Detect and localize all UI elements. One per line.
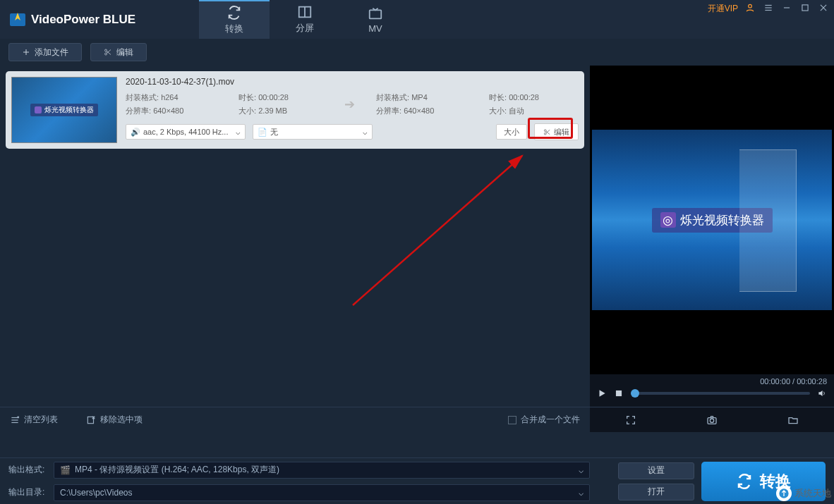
preview-viewport: ◎ 烁光视频转换器 (590, 66, 834, 374)
src-res-value: 640×480 (153, 106, 183, 115)
file-details: 2020-11-03-10-42-37(1).mov 封装格式: h264 分辨… (126, 77, 579, 143)
tab-convert-label: 转换 (225, 23, 243, 35)
titlebar: VideoPower BLUE 转换 分屏 MV 开通VIP (0, 0, 834, 39)
chevron-down-icon: ⌵ (236, 128, 241, 137)
edit-button-toolbar[interactable]: 编辑 (90, 43, 147, 61)
svg-rect-31 (87, 417, 93, 423)
file-item[interactable]: 烁光视频转换器 2020-11-03-10-42-37(1).mov 封装格式:… (6, 71, 584, 149)
file-thumbnail[interactable]: 烁光视频转换器 (11, 77, 117, 143)
minimize-icon[interactable] (782, 3, 792, 13)
tab-mv-label: MV (368, 23, 382, 34)
dst-res-label: 分辨率: (376, 106, 401, 115)
tab-split[interactable]: 分屏 (270, 0, 340, 39)
svg-point-25 (710, 419, 713, 422)
preview-badge: ◎ 烁光视频转换器 (652, 208, 773, 233)
size-button[interactable]: 大小 (496, 124, 527, 140)
bottom-bar: 输出格式: 🎬MP4 - 保持源视频设置 (H.264; AAC, 128Kbp… (0, 457, 834, 504)
app-title: VideoPower BLUE (31, 13, 135, 27)
content-area: 烁光视频转换器 2020-11-03-10-42-37(1).mov 封装格式:… (0, 66, 834, 432)
folder-icon[interactable] (787, 414, 799, 426)
thumbnail-badge-text: 烁光视频转换器 (44, 105, 94, 115)
progress-knob[interactable] (631, 389, 639, 398)
close-icon[interactable] (818, 3, 828, 13)
add-file-button[interactable]: 添加文件 (8, 43, 82, 61)
edit-file-button[interactable]: 编辑 (534, 123, 579, 140)
main-tabs: 转换 分屏 MV (199, 0, 411, 39)
src-size-label: 大小: (238, 106, 256, 115)
convert-icon (226, 5, 242, 20)
src-size-value: 2.39 MB (258, 106, 287, 115)
file-list: 烁光视频转换器 2020-11-03-10-42-37(1).mov 封装格式:… (0, 66, 590, 432)
svg-line-22 (353, 156, 522, 305)
chevron-down-icon: ⌵ (363, 128, 368, 137)
checkbox-icon (508, 416, 516, 424)
audio-track-dropdown[interactable]: 🔊aac, 2 Kbps, 44100 Hz... ⌵ (126, 124, 246, 140)
remove-selected-button[interactable]: 移除选中项 (86, 414, 143, 426)
clear-icon (10, 415, 20, 425)
annotation-arrow (339, 150, 550, 319)
clear-list-button[interactable]: 清空列表 (10, 414, 58, 426)
app-logo: VideoPower BLUE (8, 11, 135, 29)
scissors-icon (104, 48, 112, 56)
output-format-dropdown[interactable]: 🎬MP4 - 保持源视频设置 (H.264; AAC, 128Kbps, 双声道… (54, 462, 590, 479)
time-display: 00:00:00 / 00:00:28 (597, 377, 827, 386)
mv-icon (368, 6, 383, 21)
subtitle-icon: 📄 (258, 128, 267, 137)
svg-rect-9 (802, 5, 808, 11)
tab-mv[interactable]: MV (340, 0, 411, 39)
play-icon[interactable] (597, 388, 607, 398)
vip-link[interactable]: 开通VIP (708, 3, 738, 15)
dst-res-value: 640×480 (404, 106, 434, 115)
refresh-icon (736, 473, 753, 490)
preview-badge-icon: ◎ (660, 212, 676, 228)
subtitle-value: 无 (270, 127, 278, 137)
output-dir-field[interactable]: C:\Users\pc\Videos ⌵ (54, 484, 590, 501)
output-format-label: 输出格式: (8, 464, 48, 476)
preview-badge-text: 烁光视频转换器 (680, 212, 764, 228)
file-controls-row: 🔊aac, 2 Kbps, 44100 Hz... ⌵ 📄无 ⌵ 大小 编辑 (126, 123, 579, 140)
tab-convert[interactable]: 转换 (199, 0, 270, 39)
speaker-icon: 🔊 (131, 128, 140, 137)
volume-icon[interactable] (817, 388, 827, 398)
subtitle-dropdown[interactable]: 📄无 ⌵ (253, 124, 373, 140)
fullscreen-icon[interactable] (625, 414, 636, 426)
settings-button[interactable]: 设置 (618, 462, 694, 479)
file-meta: 封装格式: h264 分辨率: 640×480 时长: 00:00:28 大小:… (126, 92, 579, 116)
dst-size-label: 大小: (489, 106, 507, 115)
svg-rect-3 (370, 10, 382, 18)
watermark-text: 系统天地 (794, 487, 831, 500)
camera-icon[interactable] (706, 414, 718, 426)
chevron-down-icon: ⌵ (579, 488, 584, 498)
remove-selected-label: 移除选中项 (100, 414, 143, 426)
watermark: 系统天地 (776, 486, 831, 501)
maximize-icon[interactable] (800, 3, 810, 13)
file-name: 2020-11-03-10-42-37(1).mov (126, 77, 579, 87)
output-settings: 输出格式: 🎬MP4 - 保持源视频设置 (H.264; AAC, 128Kbp… (8, 462, 611, 501)
split-icon (297, 4, 313, 20)
stop-icon[interactable] (614, 388, 624, 398)
svg-point-4 (749, 4, 752, 8)
preview-image: ◎ 烁光视频转换器 (592, 130, 832, 310)
scissors-icon (543, 128, 551, 136)
video-icon: 🎬 (60, 465, 71, 475)
output-dir-label: 输出目录: (8, 486, 48, 498)
secondary-toolbar: 添加文件 编辑 (0, 39, 834, 66)
dst-size-value: 自动 (509, 106, 524, 115)
preview-panel: ◎ 烁光视频转换器 00:00:00 / 00:00:28 (590, 66, 834, 432)
output-buttons: 设置 打开 (618, 462, 694, 500)
output-dir-value: C:\Users\pc\Videos (60, 488, 133, 498)
src-duration-value: 00:00:28 (258, 93, 289, 102)
merge-checkbox[interactable]: 合并成一个文件 (508, 414, 580, 426)
plus-icon (22, 48, 30, 56)
open-button[interactable]: 打开 (618, 484, 694, 500)
src-duration-label: 时长: (238, 93, 256, 102)
titlebar-right: 开通VIP (708, 0, 828, 39)
dst-duration-label: 时长: (489, 93, 507, 102)
user-icon[interactable] (745, 3, 755, 13)
menu-icon[interactable] (763, 3, 773, 13)
app-logo-icon (8, 11, 27, 29)
src-format-label: 封装格式: (126, 93, 159, 102)
remove-icon (86, 415, 96, 425)
src-res-label: 分辨率: (126, 106, 151, 115)
progress-bar[interactable] (631, 392, 810, 395)
